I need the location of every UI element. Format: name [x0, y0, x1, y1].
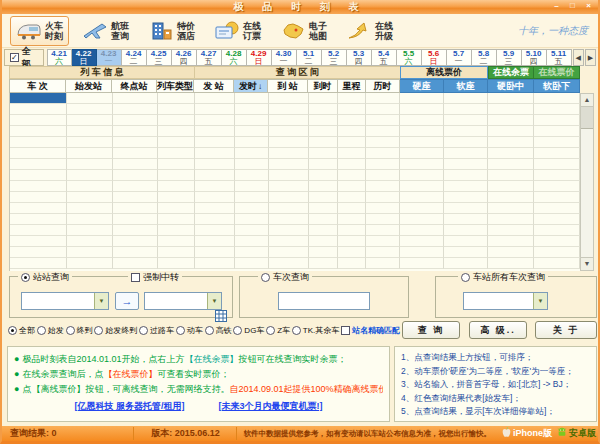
minimize-button[interactable]: – [550, 1, 563, 12]
tabs-scroll-right-button[interactable]: ▶ [585, 49, 596, 66]
date-tab-4.30[interactable]: 4.30一 [272, 49, 297, 66]
filter-option-9[interactable]: TK.其余车 [292, 325, 339, 336]
filter-option-3[interactable]: 始发终到 [94, 325, 137, 336]
force-transfer-checkbox[interactable]: 强制中转 [128, 271, 182, 284]
column-header-9[interactable]: 历时 [366, 79, 400, 93]
column-header-6[interactable]: 到 站 [268, 79, 308, 93]
exact-match-checkbox[interactable]: 站名精确匹配 [341, 325, 400, 336]
date-tab-4.22[interactable]: 4.22日 [72, 49, 97, 66]
table-row[interactable] [10, 170, 580, 181]
chevron-down-icon[interactable]: ▼ [94, 293, 108, 309]
column-header-11[interactable]: 软座 [444, 79, 488, 93]
date-tab-4.23[interactable]: 4.23一 [97, 49, 122, 66]
date-tab-4.26[interactable]: 4.26四 [172, 49, 197, 66]
toolbar-button-online-booking[interactable]: 在线订票 [208, 16, 267, 46]
toolbar-button-update[interactable]: 在线升级 [340, 16, 399, 46]
filter-option-7[interactable]: DG车 [233, 325, 264, 336]
column-header-7[interactable]: 到时 [308, 79, 338, 93]
table-row[interactable] [10, 236, 580, 247]
date-tab-5.7[interactable]: 5.7一 [447, 49, 472, 66]
date-tab-5.4[interactable]: 5.4五 [372, 49, 397, 66]
filter-option-6[interactable]: 高铁 [205, 325, 232, 336]
station-all-trains-radio[interactable]: 车站所有车次查询 [458, 271, 548, 284]
station-query-radio[interactable]: 站站查询 [18, 271, 72, 284]
column-group-0[interactable]: 列 车 信 息 [9, 66, 194, 79]
table-row[interactable] [10, 115, 580, 126]
date-tab-5.10[interactable]: 5.10四 [522, 49, 547, 66]
android-app-link[interactable]: 安卓版 [557, 427, 596, 440]
close-button[interactable]: × [582, 1, 595, 12]
table-row[interactable] [10, 148, 580, 159]
column-header-13[interactable]: 软卧下 [534, 79, 580, 93]
table-row[interactable] [10, 93, 580, 104]
column-header-0[interactable]: 车 次 [9, 79, 66, 93]
date-tab-4.25[interactable]: 4.25三 [147, 49, 172, 66]
table-row[interactable] [10, 192, 580, 203]
grid-icon[interactable] [215, 310, 227, 322]
column-header-1[interactable]: 始发站 [66, 79, 112, 93]
date-tab-5.8[interactable]: 5.8二 [472, 49, 497, 66]
table-row[interactable] [10, 159, 580, 170]
column-header-12[interactable]: 硬卧中 [488, 79, 534, 93]
toolbar-button-hotel-deals[interactable]: 特价酒店 [142, 16, 201, 46]
toolbar-button-map[interactable]: 电子地图 [274, 16, 333, 46]
column-group-3[interactable]: 在线余票 [488, 66, 534, 79]
table-row[interactable] [10, 181, 580, 192]
column-header-3[interactable]: 列车类型 [157, 79, 194, 93]
scroll-down-icon[interactable]: ▼ [581, 257, 593, 270]
train-number-query-radio[interactable]: 车次查询 [258, 271, 312, 284]
table-row[interactable] [10, 247, 580, 258]
date-tab-5.5[interactable]: 5.5六 [397, 49, 422, 66]
search-button[interactable]: 查 询 [402, 321, 460, 339]
all-dates-checkbox[interactable]: ✓ 全部 [4, 49, 44, 66]
date-tab-4.21[interactable]: 4.21六 [47, 49, 72, 66]
filter-option-1[interactable]: 始发 [37, 325, 64, 336]
column-group-4[interactable]: 在线票价 [534, 66, 580, 79]
table-row[interactable] [10, 203, 580, 214]
date-tab-5.1[interactable]: 5.1二 [297, 49, 322, 66]
station-all-input[interactable] [464, 293, 533, 309]
from-station-combo[interactable]: ▼ [21, 292, 109, 310]
date-tab-4.29[interactable]: 4.29日 [247, 49, 272, 66]
date-tab-5.9[interactable]: 5.9三 [497, 49, 522, 66]
hosting-link[interactable]: [亿恩科技 服务器托管/租用] [75, 400, 185, 413]
table-scrollbar[interactable]: ▲ ▼ [580, 93, 594, 271]
column-group-1[interactable]: 查 询 区 间 [194, 66, 400, 79]
filter-option-2[interactable]: 终到 [66, 325, 93, 336]
date-tab-4.27[interactable]: 4.27五 [197, 49, 222, 66]
table-row[interactable] [10, 225, 580, 236]
column-header-8[interactable]: 里程 [338, 79, 366, 93]
table-row[interactable] [10, 137, 580, 148]
toolbar-button-train-times[interactable]: 火车时刻 [10, 16, 69, 46]
filter-option-5[interactable]: 动车 [176, 325, 203, 336]
column-header-5[interactable]: 发时↓ [234, 79, 268, 93]
tabs-scroll-left-button[interactable]: ◀ [573, 49, 584, 66]
filter-option-4[interactable]: 过路车 [139, 325, 174, 336]
to-station-input[interactable] [145, 293, 207, 309]
date-tab-5.11[interactable]: 5.11五 [547, 49, 572, 66]
date-tab-5.3[interactable]: 5.3四 [347, 49, 372, 66]
filter-option-8[interactable]: Z车 [266, 325, 290, 336]
maximize-button[interactable]: □ [566, 1, 579, 12]
station-all-combo[interactable]: ▼ [463, 292, 548, 310]
about-button[interactable]: 关 于 [535, 321, 597, 339]
date-tab-5.6[interactable]: 5.6日 [422, 49, 447, 66]
table-row[interactable] [10, 214, 580, 225]
filter-option-0[interactable]: 全部 [8, 325, 35, 336]
chevron-down-icon[interactable]: ▼ [207, 293, 221, 309]
from-station-input[interactable] [22, 293, 94, 309]
chevron-down-icon[interactable]: ▼ [533, 293, 547, 309]
column-group-2[interactable]: 离线票价 [400, 66, 488, 79]
table-row[interactable] [10, 126, 580, 137]
date-tab-5.2[interactable]: 5.2三 [322, 49, 347, 66]
cheap-flights-link[interactable]: [未来3个月内最便宜机票!] [219, 400, 323, 413]
train-number-input[interactable] [278, 292, 370, 310]
toolbar-button-flight-search[interactable]: 航班查询 [76, 16, 135, 46]
advanced-button[interactable]: 高 级.. [469, 321, 527, 339]
column-header-10[interactable]: 硬座 [400, 79, 444, 93]
date-tab-4.28[interactable]: 4.28六 [222, 49, 247, 66]
scroll-up-icon[interactable]: ▲ [581, 94, 593, 107]
table-row[interactable] [10, 258, 580, 269]
table-row[interactable] [10, 104, 580, 115]
column-header-2[interactable]: 终点站 [112, 79, 157, 93]
